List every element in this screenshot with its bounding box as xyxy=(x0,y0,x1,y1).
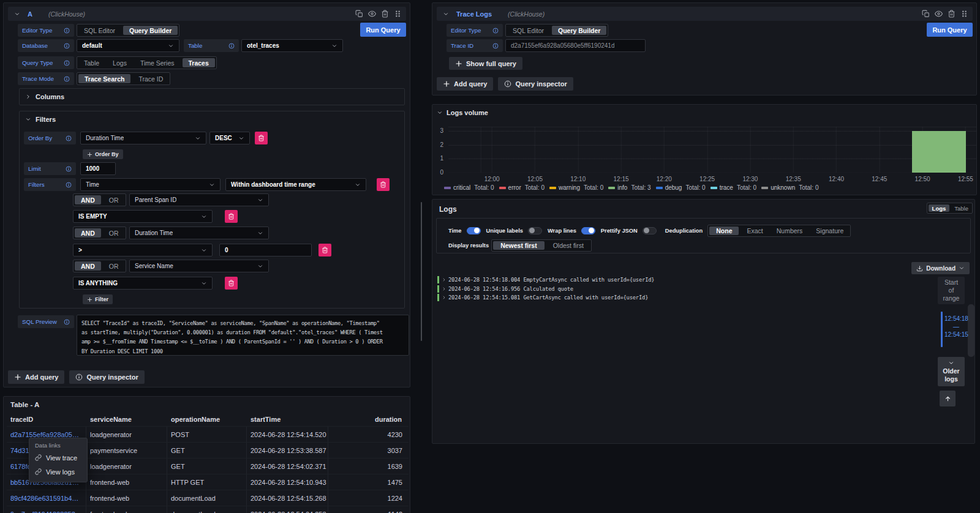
bool-operator-option[interactable]: AND xyxy=(75,195,101,204)
bool-operator-option[interactable]: OR xyxy=(102,228,126,238)
grip-icon[interactable] xyxy=(960,10,968,18)
display-results-option[interactable]: Oldest first xyxy=(546,241,591,250)
deduplication-option[interactable]: Exact xyxy=(740,227,769,235)
editor-type-option[interactable]: Query Builder xyxy=(552,26,606,35)
table-header-cell[interactable]: operationName xyxy=(167,413,247,426)
context-menu-item[interactable]: View logs xyxy=(29,465,87,479)
info-icon[interactable] xyxy=(228,43,235,49)
info-icon[interactable] xyxy=(64,60,70,66)
duplicate-icon[interactable] xyxy=(922,10,930,18)
log-row[interactable]: 2024-06-28 12:54:16.956 Calculated quote xyxy=(437,285,654,294)
log-row[interactable]: 2024-06-28 12:54:18.004 EmptyCartAsync c… xyxy=(437,275,654,285)
info-icon[interactable] xyxy=(492,28,499,34)
logs-view-option[interactable]: Logs xyxy=(929,204,950,212)
bool-operator-option[interactable]: AND xyxy=(75,228,101,238)
query-type-option[interactable]: Table xyxy=(77,58,106,67)
order-by-direction-select[interactable]: DESC xyxy=(209,132,250,144)
context-menu-item[interactable]: View trace xyxy=(29,451,87,465)
toggle-switch[interactable] xyxy=(581,227,595,234)
table-select[interactable]: otel_traces xyxy=(241,39,343,52)
info-icon[interactable] xyxy=(64,76,70,82)
add-filter-button[interactable]: Filter xyxy=(83,294,113,304)
query-row-header-a[interactable]: A (ClickHouse) xyxy=(8,7,406,21)
query-inspector-button[interactable]: Query inspector xyxy=(498,77,573,91)
legend-item[interactable]: info Total: 3 xyxy=(608,184,650,191)
trace-mode-option[interactable]: Trace Search xyxy=(78,74,130,83)
legend-item[interactable]: debug Total: 0 xyxy=(656,184,706,191)
split-pane-resizer[interactable] xyxy=(421,202,422,341)
add-order-by-button[interactable]: Order By xyxy=(83,149,123,159)
table-header-cell[interactable]: serviceName xyxy=(86,413,167,426)
remove-time-filter-button[interactable] xyxy=(377,178,390,191)
table-header-cell[interactable]: traceID xyxy=(7,413,86,426)
filter-operator-select[interactable]: > xyxy=(73,244,213,256)
trace-id-cell[interactable]: 9ce7acf81941898853be24c7f0d318e2 xyxy=(7,506,86,513)
remove-filter-button[interactable] xyxy=(225,210,238,223)
query-type-option[interactable]: Time Series xyxy=(134,58,181,67)
chevron-right-icon[interactable] xyxy=(442,295,447,300)
scroll-to-top-button[interactable] xyxy=(940,391,956,406)
logs-view-option[interactable]: Table xyxy=(951,204,972,212)
add-query-button[interactable]: Add query xyxy=(8,370,64,384)
trace-id-cell[interactable]: 89cf4286e631591b42da7f30c5e861a4 xyxy=(7,490,86,506)
run-query-button[interactable]: Run Query xyxy=(360,23,406,37)
duplicate-icon[interactable] xyxy=(355,10,363,18)
legend-item[interactable]: warning Total: 0 xyxy=(549,184,603,191)
info-icon[interactable] xyxy=(66,166,72,172)
info-icon[interactable] xyxy=(64,319,70,325)
remove-filter-button[interactable] xyxy=(318,244,331,256)
table-header-cell[interactable]: duration xyxy=(328,413,409,426)
bool-operator-option[interactable]: OR xyxy=(102,261,126,271)
table-panel-title[interactable]: Table - A xyxy=(10,401,39,408)
editor-type-option[interactable]: SQL Editor xyxy=(506,26,551,35)
query-type-option[interactable]: Traces xyxy=(183,58,215,67)
chevron-right-icon[interactable] xyxy=(442,277,447,282)
filter-field-select[interactable]: Duration Time xyxy=(129,227,269,239)
editor-type-option[interactable]: Query Builder xyxy=(123,26,178,35)
eye-icon[interactable] xyxy=(368,10,376,18)
older-logs-button[interactable]: Older logs xyxy=(938,357,965,386)
order-by-field-select[interactable]: Duration Time xyxy=(80,132,206,144)
trash-icon[interactable] xyxy=(381,10,389,18)
database-select[interactable]: default xyxy=(77,39,179,52)
query-inspector-button[interactable]: Query inspector xyxy=(69,370,144,384)
bool-operator-option[interactable]: OR xyxy=(102,195,126,204)
chart-bar[interactable] xyxy=(912,131,966,173)
info-icon[interactable] xyxy=(64,28,70,34)
query-refid[interactable]: Trace Logs xyxy=(456,10,492,18)
info-icon[interactable] xyxy=(64,43,70,49)
remove-filter-button[interactable] xyxy=(225,277,238,290)
toggle-switch[interactable] xyxy=(643,227,657,234)
legend-item[interactable]: unknown Total: 0 xyxy=(761,184,818,191)
query-row-header-trace-logs[interactable]: Trace Logs (ClickHouse) xyxy=(437,7,973,21)
toggle-switch[interactable] xyxy=(467,227,481,234)
download-button[interactable]: Download xyxy=(911,262,970,274)
deduplication-option[interactable]: None xyxy=(709,227,739,235)
time-filter-field-select[interactable]: Time xyxy=(80,178,221,191)
filter-operator-select[interactable]: IS ANYTHING xyxy=(73,277,213,290)
info-icon[interactable] xyxy=(66,182,72,188)
run-query-button[interactable]: Run Query xyxy=(927,23,973,37)
query-type-option[interactable]: Logs xyxy=(106,58,134,67)
limit-input[interactable]: 1000 xyxy=(80,162,116,175)
logs-scrollbar[interactable] xyxy=(968,304,974,357)
legend-item[interactable]: error Total: 0 xyxy=(499,184,545,191)
trace-id-input[interactable]: d2a7155ef6a928a05680e5ff6190241d xyxy=(505,39,646,52)
columns-section[interactable]: Columns xyxy=(19,88,405,105)
table-header-cell[interactable]: startTime xyxy=(247,413,328,426)
grip-icon[interactable] xyxy=(394,10,402,18)
remove-order-by-button[interactable] xyxy=(255,132,268,144)
legend-item[interactable]: critical Total: 0 xyxy=(444,184,494,191)
query-refid[interactable]: A xyxy=(28,10,32,18)
filter-field-select[interactable]: Parent Span ID xyxy=(129,193,269,206)
trash-icon[interactable] xyxy=(948,10,956,18)
logs-volume-header[interactable]: Logs volume xyxy=(437,109,488,116)
deduplication-option[interactable]: Numbers xyxy=(770,227,810,235)
bool-operator-option[interactable]: AND xyxy=(75,261,101,271)
collapse-chevron-down-icon[interactable] xyxy=(443,11,449,17)
show-full-query-button[interactable]: Show full query xyxy=(449,57,522,70)
time-filter-operator-select[interactable]: Within dashboard time range xyxy=(225,178,366,191)
toggle-switch[interactable] xyxy=(528,227,542,234)
chevron-right-icon[interactable] xyxy=(442,286,447,291)
trace-id-link[interactable]: d2a7155ef6a928a05680e5ff6190241d xyxy=(10,431,82,438)
